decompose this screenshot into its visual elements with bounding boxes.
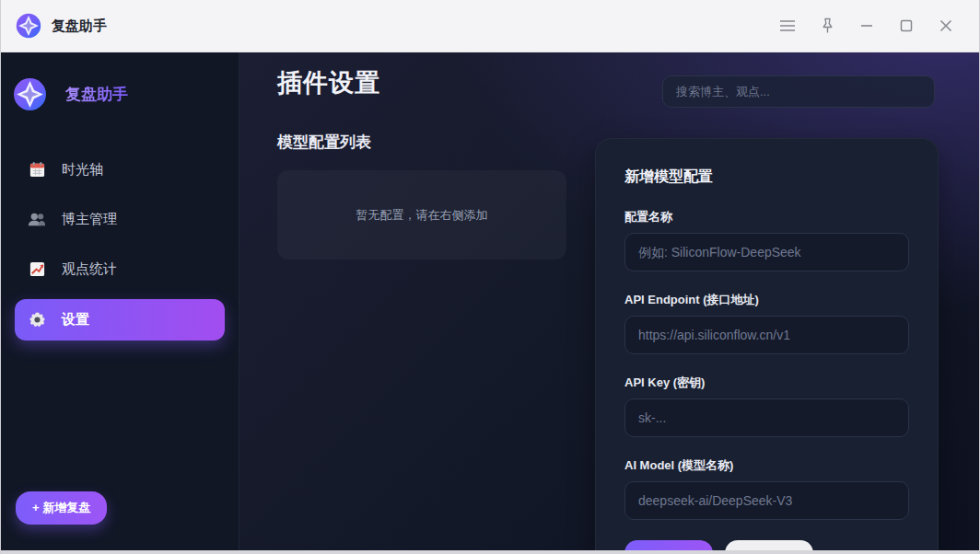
app-window: 复盘助手 xyxy=(0,0,980,554)
calendar-icon xyxy=(28,160,46,179)
brand-logo-icon xyxy=(13,77,47,111)
sidebar-brand: 复盘助手 xyxy=(1,52,239,111)
sidebar-item-label: 设置 xyxy=(62,311,89,329)
page-title: 插件设置 xyxy=(277,66,380,99)
form-actions: 保存配置 新增配置 xyxy=(624,540,909,550)
sidebar-item-bloggers[interactable]: 博主管理 xyxy=(15,200,225,238)
api-endpoint-input[interactable] xyxy=(624,316,909,354)
config-name-label: 配置名称 xyxy=(624,209,909,225)
app-title: 复盘助手 xyxy=(52,17,107,35)
sidebar-item-settings[interactable]: 设置 xyxy=(15,299,225,340)
window-controls xyxy=(778,17,966,35)
main-content: 插件设置 模型配置列表 暂无配置，请在右侧添加 新增模型配置 配置名称 API … xyxy=(239,52,979,550)
api-endpoint-label: API Endpoint (接口地址) xyxy=(624,292,909,308)
add-config-button[interactable]: 新增配置 xyxy=(725,540,813,550)
window-bottom-edge xyxy=(1,550,979,554)
config-list-title: 模型配置列表 xyxy=(277,132,371,153)
api-key-label: API Key (密钥) xyxy=(624,375,909,391)
new-review-button[interactable]: + 新增复盘 xyxy=(16,491,107,525)
sidebar-item-label: 时光轴 xyxy=(62,161,103,179)
save-config-button[interactable]: 保存配置 xyxy=(624,540,713,550)
config-list-empty-panel: 暂无配置，请在右侧添加 xyxy=(277,170,566,260)
empty-state-text: 暂无配置，请在右侧添加 xyxy=(356,207,488,224)
ai-model-label: AI Model (模型名称) xyxy=(624,457,909,474)
sidebar-item-label: 博主管理 xyxy=(62,211,117,228)
sidebar-nav: 时光轴 博主管理 xyxy=(1,150,239,340)
sidebar-item-label: 观点统计 xyxy=(62,260,117,278)
users-icon xyxy=(28,210,46,228)
chart-icon xyxy=(28,260,46,278)
maximize-icon[interactable] xyxy=(897,17,916,35)
ai-model-input[interactable] xyxy=(624,481,909,520)
search-input[interactable] xyxy=(662,75,935,108)
titlebar: 复盘助手 xyxy=(1,0,979,52)
api-key-input[interactable] xyxy=(624,398,909,437)
pin-icon[interactable] xyxy=(818,17,836,35)
form-title: 新增模型配置 xyxy=(624,167,909,187)
sidebar-item-timeline[interactable]: 时光轴 xyxy=(15,150,225,189)
app-logo-icon xyxy=(16,13,41,39)
minimize-icon[interactable] xyxy=(858,17,876,35)
gear-icon xyxy=(28,311,46,329)
sidebar-item-stats[interactable]: 观点统计 xyxy=(15,249,225,288)
brand-name: 复盘助手 xyxy=(65,84,128,105)
sidebar: 复盘助手 时光轴 xyxy=(1,52,239,550)
menu-icon[interactable] xyxy=(778,17,797,35)
config-name-input[interactable] xyxy=(624,233,909,271)
close-icon[interactable] xyxy=(937,17,955,35)
new-model-config-card: 新增模型配置 配置名称 API Endpoint (接口地址) API Key … xyxy=(595,138,939,550)
